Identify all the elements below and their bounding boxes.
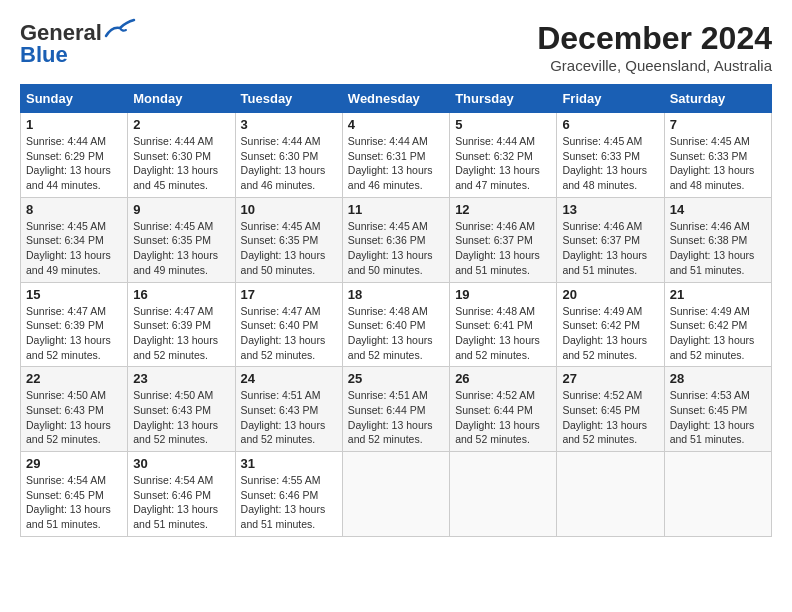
calendar-cell: 16Sunrise: 4:47 AM Sunset: 6:39 PM Dayli… (128, 282, 235, 367)
day-number: 28 (670, 371, 766, 386)
day-info: Sunrise: 4:45 AM Sunset: 6:36 PM Dayligh… (348, 219, 444, 278)
day-number: 19 (455, 287, 551, 302)
day-info: Sunrise: 4:45 AM Sunset: 6:34 PM Dayligh… (26, 219, 122, 278)
day-number: 21 (670, 287, 766, 302)
calendar-cell: 22Sunrise: 4:50 AM Sunset: 6:43 PM Dayli… (21, 367, 128, 452)
day-info: Sunrise: 4:47 AM Sunset: 6:39 PM Dayligh… (26, 304, 122, 363)
calendar-cell: 1Sunrise: 4:44 AM Sunset: 6:29 PM Daylig… (21, 113, 128, 198)
calendar-cell: 11Sunrise: 4:45 AM Sunset: 6:36 PM Dayli… (342, 197, 449, 282)
day-number: 22 (26, 371, 122, 386)
day-info: Sunrise: 4:53 AM Sunset: 6:45 PM Dayligh… (670, 388, 766, 447)
day-info: Sunrise: 4:50 AM Sunset: 6:43 PM Dayligh… (133, 388, 229, 447)
day-info: Sunrise: 4:45 AM Sunset: 6:35 PM Dayligh… (133, 219, 229, 278)
calendar-cell: 10Sunrise: 4:45 AM Sunset: 6:35 PM Dayli… (235, 197, 342, 282)
day-number: 8 (26, 202, 122, 217)
column-header-friday: Friday (557, 85, 664, 113)
day-info: Sunrise: 4:45 AM Sunset: 6:33 PM Dayligh… (670, 134, 766, 193)
page-subtitle: Graceville, Queensland, Australia (537, 57, 772, 74)
calendar-cell: 9Sunrise: 4:45 AM Sunset: 6:35 PM Daylig… (128, 197, 235, 282)
calendar-cell: 7Sunrise: 4:45 AM Sunset: 6:33 PM Daylig… (664, 113, 771, 198)
calendar-cell (557, 452, 664, 537)
day-number: 13 (562, 202, 658, 217)
day-number: 4 (348, 117, 444, 132)
day-number: 3 (241, 117, 337, 132)
day-number: 20 (562, 287, 658, 302)
column-header-thursday: Thursday (450, 85, 557, 113)
calendar-cell: 31Sunrise: 4:55 AM Sunset: 6:46 PM Dayli… (235, 452, 342, 537)
day-number: 12 (455, 202, 551, 217)
day-number: 11 (348, 202, 444, 217)
day-number: 5 (455, 117, 551, 132)
calendar-cell: 4Sunrise: 4:44 AM Sunset: 6:31 PM Daylig… (342, 113, 449, 198)
day-info: Sunrise: 4:54 AM Sunset: 6:45 PM Dayligh… (26, 473, 122, 532)
day-info: Sunrise: 4:49 AM Sunset: 6:42 PM Dayligh… (670, 304, 766, 363)
day-info: Sunrise: 4:50 AM Sunset: 6:43 PM Dayligh… (26, 388, 122, 447)
day-number: 26 (455, 371, 551, 386)
page-header: General Blue December 2024 Graceville, Q… (20, 20, 772, 74)
day-number: 14 (670, 202, 766, 217)
calendar-cell: 12Sunrise: 4:46 AM Sunset: 6:37 PM Dayli… (450, 197, 557, 282)
calendar-cell: 15Sunrise: 4:47 AM Sunset: 6:39 PM Dayli… (21, 282, 128, 367)
column-header-monday: Monday (128, 85, 235, 113)
day-number: 6 (562, 117, 658, 132)
column-header-wednesday: Wednesday (342, 85, 449, 113)
day-info: Sunrise: 4:52 AM Sunset: 6:45 PM Dayligh… (562, 388, 658, 447)
calendar-week-3: 15Sunrise: 4:47 AM Sunset: 6:39 PM Dayli… (21, 282, 772, 367)
calendar-cell: 29Sunrise: 4:54 AM Sunset: 6:45 PM Dayli… (21, 452, 128, 537)
day-number: 30 (133, 456, 229, 471)
day-info: Sunrise: 4:52 AM Sunset: 6:44 PM Dayligh… (455, 388, 551, 447)
calendar-cell: 27Sunrise: 4:52 AM Sunset: 6:45 PM Dayli… (557, 367, 664, 452)
calendar-cell: 20Sunrise: 4:49 AM Sunset: 6:42 PM Dayli… (557, 282, 664, 367)
calendar-week-1: 1Sunrise: 4:44 AM Sunset: 6:29 PM Daylig… (21, 113, 772, 198)
calendar-cell: 18Sunrise: 4:48 AM Sunset: 6:40 PM Dayli… (342, 282, 449, 367)
day-info: Sunrise: 4:47 AM Sunset: 6:39 PM Dayligh… (133, 304, 229, 363)
day-info: Sunrise: 4:45 AM Sunset: 6:35 PM Dayligh… (241, 219, 337, 278)
day-number: 15 (26, 287, 122, 302)
day-number: 18 (348, 287, 444, 302)
calendar-cell (342, 452, 449, 537)
day-info: Sunrise: 4:49 AM Sunset: 6:42 PM Dayligh… (562, 304, 658, 363)
calendar-cell: 26Sunrise: 4:52 AM Sunset: 6:44 PM Dayli… (450, 367, 557, 452)
day-info: Sunrise: 4:48 AM Sunset: 6:41 PM Dayligh… (455, 304, 551, 363)
calendar-cell: 30Sunrise: 4:54 AM Sunset: 6:46 PM Dayli… (128, 452, 235, 537)
day-number: 16 (133, 287, 229, 302)
day-info: Sunrise: 4:48 AM Sunset: 6:40 PM Dayligh… (348, 304, 444, 363)
day-number: 24 (241, 371, 337, 386)
calendar-cell (664, 452, 771, 537)
calendar-cell: 23Sunrise: 4:50 AM Sunset: 6:43 PM Dayli… (128, 367, 235, 452)
calendar-cell: 19Sunrise: 4:48 AM Sunset: 6:41 PM Dayli… (450, 282, 557, 367)
logo-bird-icon (104, 18, 136, 40)
calendar-cell: 13Sunrise: 4:46 AM Sunset: 6:37 PM Dayli… (557, 197, 664, 282)
calendar-cell (450, 452, 557, 537)
calendar-cell: 3Sunrise: 4:44 AM Sunset: 6:30 PM Daylig… (235, 113, 342, 198)
day-info: Sunrise: 4:51 AM Sunset: 6:44 PM Dayligh… (348, 388, 444, 447)
logo: General Blue (20, 20, 136, 68)
day-number: 31 (241, 456, 337, 471)
day-info: Sunrise: 4:44 AM Sunset: 6:31 PM Dayligh… (348, 134, 444, 193)
calendar-cell: 17Sunrise: 4:47 AM Sunset: 6:40 PM Dayli… (235, 282, 342, 367)
day-info: Sunrise: 4:47 AM Sunset: 6:40 PM Dayligh… (241, 304, 337, 363)
day-number: 9 (133, 202, 229, 217)
calendar-cell: 14Sunrise: 4:46 AM Sunset: 6:38 PM Dayli… (664, 197, 771, 282)
logo-text-blue: Blue (20, 42, 68, 68)
day-info: Sunrise: 4:45 AM Sunset: 6:33 PM Dayligh… (562, 134, 658, 193)
calendar-cell: 28Sunrise: 4:53 AM Sunset: 6:45 PM Dayli… (664, 367, 771, 452)
day-number: 29 (26, 456, 122, 471)
day-info: Sunrise: 4:46 AM Sunset: 6:37 PM Dayligh… (562, 219, 658, 278)
day-number: 7 (670, 117, 766, 132)
day-info: Sunrise: 4:46 AM Sunset: 6:38 PM Dayligh… (670, 219, 766, 278)
calendar-cell: 8Sunrise: 4:45 AM Sunset: 6:34 PM Daylig… (21, 197, 128, 282)
calendar-cell: 21Sunrise: 4:49 AM Sunset: 6:42 PM Dayli… (664, 282, 771, 367)
title-area: December 2024 Graceville, Queensland, Au… (537, 20, 772, 74)
calendar-header-row: SundayMondayTuesdayWednesdayThursdayFrid… (21, 85, 772, 113)
day-info: Sunrise: 4:54 AM Sunset: 6:46 PM Dayligh… (133, 473, 229, 532)
day-info: Sunrise: 4:44 AM Sunset: 6:29 PM Dayligh… (26, 134, 122, 193)
page-title: December 2024 (537, 20, 772, 57)
calendar-cell: 25Sunrise: 4:51 AM Sunset: 6:44 PM Dayli… (342, 367, 449, 452)
day-number: 25 (348, 371, 444, 386)
calendar-cell: 5Sunrise: 4:44 AM Sunset: 6:32 PM Daylig… (450, 113, 557, 198)
calendar-cell: 6Sunrise: 4:45 AM Sunset: 6:33 PM Daylig… (557, 113, 664, 198)
day-number: 1 (26, 117, 122, 132)
day-info: Sunrise: 4:46 AM Sunset: 6:37 PM Dayligh… (455, 219, 551, 278)
day-info: Sunrise: 4:44 AM Sunset: 6:30 PM Dayligh… (133, 134, 229, 193)
